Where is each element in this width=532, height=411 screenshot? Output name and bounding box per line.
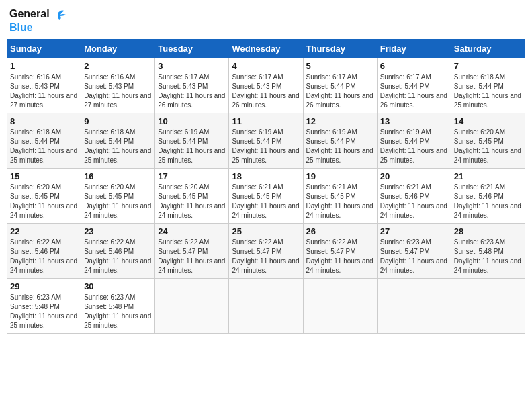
logo-text-general: General <box>9 8 50 20</box>
day-number: 1 <box>10 61 78 71</box>
day-number: 2 <box>84 61 152 71</box>
calendar-cell: 24 Sunrise: 6:22 AM Sunset: 5:47 PM Dayl… <box>155 223 229 278</box>
day-number: 24 <box>158 226 226 236</box>
calendar-week-row: 15 Sunrise: 6:20 AM Sunset: 5:45 PM Dayl… <box>7 168 525 223</box>
day-info: Sunrise: 6:23 AM Sunset: 5:48 PM Dayligh… <box>84 293 152 330</box>
day-number: 21 <box>454 171 522 181</box>
calendar-cell: 23 Sunrise: 6:22 AM Sunset: 5:46 PM Dayl… <box>81 223 155 278</box>
calendar-cell: 6 Sunrise: 6:17 AM Sunset: 5:44 PM Dayli… <box>377 58 451 113</box>
day-info: Sunrise: 6:18 AM Sunset: 5:44 PM Dayligh… <box>454 73 522 110</box>
day-number: 9 <box>84 116 152 126</box>
day-info: Sunrise: 6:16 AM Sunset: 5:43 PM Dayligh… <box>10 73 78 110</box>
day-number: 30 <box>84 281 152 291</box>
day-info: Sunrise: 6:19 AM Sunset: 5:44 PM Dayligh… <box>380 128 448 165</box>
calendar-week-row: 29 Sunrise: 6:23 AM Sunset: 5:48 PM Dayl… <box>7 278 525 333</box>
day-info: Sunrise: 6:22 AM Sunset: 5:46 PM Dayligh… <box>84 238 152 275</box>
calendar-week-row: 22 Sunrise: 6:22 AM Sunset: 5:46 PM Dayl… <box>7 223 525 278</box>
calendar-cell <box>377 278 451 333</box>
calendar-week-row: 1 Sunrise: 6:16 AM Sunset: 5:43 PM Dayli… <box>7 58 525 113</box>
calendar-cell: 30 Sunrise: 6:23 AM Sunset: 5:48 PM Dayl… <box>81 278 155 333</box>
calendar-cell: 10 Sunrise: 6:19 AM Sunset: 5:44 PM Dayl… <box>155 113 229 168</box>
day-info: Sunrise: 6:20 AM Sunset: 5:45 PM Dayligh… <box>454 128 522 165</box>
day-info: Sunrise: 6:23 AM Sunset: 5:47 PM Dayligh… <box>380 238 448 275</box>
day-number: 19 <box>306 171 374 181</box>
day-info: Sunrise: 6:17 AM Sunset: 5:43 PM Dayligh… <box>158 73 226 110</box>
weekday-header: Wednesday <box>229 39 303 58</box>
day-info: Sunrise: 6:22 AM Sunset: 5:47 PM Dayligh… <box>232 238 300 275</box>
day-number: 10 <box>158 116 226 126</box>
calendar-cell: 8 Sunrise: 6:18 AM Sunset: 5:44 PM Dayli… <box>7 113 81 168</box>
weekday-header: Saturday <box>451 39 525 58</box>
day-info: Sunrise: 6:21 AM Sunset: 5:45 PM Dayligh… <box>306 183 374 220</box>
day-info: Sunrise: 6:19 AM Sunset: 5:44 PM Dayligh… <box>158 128 226 165</box>
day-info: Sunrise: 6:22 AM Sunset: 5:46 PM Dayligh… <box>10 238 78 275</box>
calendar-header-row: SundayMondayTuesdayWednesdayThursdayFrid… <box>7 39 525 58</box>
day-number: 15 <box>10 171 78 181</box>
page-header: General Blue <box>7 7 525 34</box>
calendar-cell: 3 Sunrise: 6:17 AM Sunset: 5:43 PM Dayli… <box>155 58 229 113</box>
day-info: Sunrise: 6:21 AM Sunset: 5:46 PM Dayligh… <box>380 183 448 220</box>
logo-text-blue: Blue <box>9 21 66 34</box>
logo-bird-icon <box>51 7 66 21</box>
day-number: 28 <box>454 226 522 236</box>
day-info: Sunrise: 6:18 AM Sunset: 5:44 PM Dayligh… <box>10 128 78 165</box>
day-info: Sunrise: 6:17 AM Sunset: 5:44 PM Dayligh… <box>306 73 374 110</box>
calendar-cell: 15 Sunrise: 6:20 AM Sunset: 5:45 PM Dayl… <box>7 168 81 223</box>
day-number: 3 <box>158 61 226 71</box>
weekday-header: Thursday <box>303 39 377 58</box>
calendar-cell: 16 Sunrise: 6:20 AM Sunset: 5:45 PM Dayl… <box>81 168 155 223</box>
weekday-header: Friday <box>377 39 451 58</box>
calendar-cell <box>303 278 377 333</box>
weekday-header: Monday <box>81 39 155 58</box>
day-info: Sunrise: 6:18 AM Sunset: 5:44 PM Dayligh… <box>84 128 152 165</box>
calendar-cell: 27 Sunrise: 6:23 AM Sunset: 5:47 PM Dayl… <box>377 223 451 278</box>
day-info: Sunrise: 6:19 AM Sunset: 5:44 PM Dayligh… <box>232 128 300 165</box>
calendar-week-row: 8 Sunrise: 6:18 AM Sunset: 5:44 PM Dayli… <box>7 113 525 168</box>
day-info: Sunrise: 6:21 AM Sunset: 5:45 PM Dayligh… <box>232 183 300 220</box>
calendar-cell: 28 Sunrise: 6:23 AM Sunset: 5:48 PM Dayl… <box>451 223 525 278</box>
day-info: Sunrise: 6:20 AM Sunset: 5:45 PM Dayligh… <box>158 183 226 220</box>
day-number: 17 <box>158 171 226 181</box>
day-info: Sunrise: 6:21 AM Sunset: 5:46 PM Dayligh… <box>454 183 522 220</box>
calendar-cell: 18 Sunrise: 6:21 AM Sunset: 5:45 PM Dayl… <box>229 168 303 223</box>
calendar-cell: 1 Sunrise: 6:16 AM Sunset: 5:43 PM Dayli… <box>7 58 81 113</box>
calendar-cell: 2 Sunrise: 6:16 AM Sunset: 5:43 PM Dayli… <box>81 58 155 113</box>
calendar-cell: 17 Sunrise: 6:20 AM Sunset: 5:45 PM Dayl… <box>155 168 229 223</box>
day-info: Sunrise: 6:17 AM Sunset: 5:43 PM Dayligh… <box>232 73 300 110</box>
calendar-cell: 7 Sunrise: 6:18 AM Sunset: 5:44 PM Dayli… <box>451 58 525 113</box>
day-number: 20 <box>380 171 448 181</box>
day-info: Sunrise: 6:22 AM Sunset: 5:47 PM Dayligh… <box>306 238 374 275</box>
calendar-cell: 29 Sunrise: 6:23 AM Sunset: 5:48 PM Dayl… <box>7 278 81 333</box>
calendar-cell: 21 Sunrise: 6:21 AM Sunset: 5:46 PM Dayl… <box>451 168 525 223</box>
day-info: Sunrise: 6:23 AM Sunset: 5:48 PM Dayligh… <box>10 293 78 330</box>
day-number: 16 <box>84 171 152 181</box>
day-info: Sunrise: 6:19 AM Sunset: 5:44 PM Dayligh… <box>306 128 374 165</box>
day-number: 5 <box>306 61 374 71</box>
weekday-header: Tuesday <box>155 39 229 58</box>
calendar-cell: 26 Sunrise: 6:22 AM Sunset: 5:47 PM Dayl… <box>303 223 377 278</box>
calendar-cell: 25 Sunrise: 6:22 AM Sunset: 5:47 PM Dayl… <box>229 223 303 278</box>
day-number: 6 <box>380 61 448 71</box>
day-number: 14 <box>454 116 522 126</box>
calendar-cell: 12 Sunrise: 6:19 AM Sunset: 5:44 PM Dayl… <box>303 113 377 168</box>
weekday-header: Sunday <box>7 39 81 58</box>
calendar-cell: 4 Sunrise: 6:17 AM Sunset: 5:43 PM Dayli… <box>229 58 303 113</box>
calendar-cell <box>155 278 229 333</box>
day-number: 26 <box>306 226 374 236</box>
day-number: 23 <box>84 226 152 236</box>
day-number: 11 <box>232 116 300 126</box>
day-number: 25 <box>232 226 300 236</box>
calendar-table: SundayMondayTuesdayWednesdayThursdayFrid… <box>7 39 525 334</box>
day-number: 29 <box>10 281 78 291</box>
calendar-cell <box>229 278 303 333</box>
day-number: 4 <box>232 61 300 71</box>
day-info: Sunrise: 6:23 AM Sunset: 5:48 PM Dayligh… <box>454 238 522 275</box>
calendar-cell: 14 Sunrise: 6:20 AM Sunset: 5:45 PM Dayl… <box>451 113 525 168</box>
logo: General Blue <box>9 7 66 34</box>
day-number: 22 <box>10 226 78 236</box>
calendar-cell: 20 Sunrise: 6:21 AM Sunset: 5:46 PM Dayl… <box>377 168 451 223</box>
calendar-cell: 13 Sunrise: 6:19 AM Sunset: 5:44 PM Dayl… <box>377 113 451 168</box>
calendar-cell <box>451 278 525 333</box>
calendar-cell: 22 Sunrise: 6:22 AM Sunset: 5:46 PM Dayl… <box>7 223 81 278</box>
day-number: 7 <box>454 61 522 71</box>
